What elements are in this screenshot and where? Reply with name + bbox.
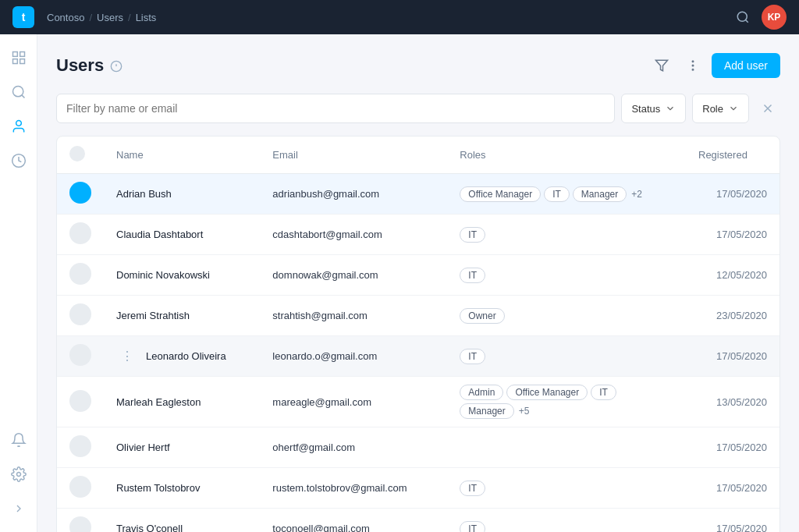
sidebar-item-users[interactable] — [5, 112, 33, 140]
name-cell: Adrian Bush — [116, 188, 247, 200]
row-avatar[interactable] — [69, 222, 91, 244]
registered-date: 17/05/2020 — [686, 509, 779, 533]
name-cell: Claudia Dashtabort — [116, 229, 247, 240]
name-cell: Jeremi Strahtish — [116, 310, 247, 321]
user-email: cdashtabort@gmail.com — [260, 215, 447, 255]
add-user-button[interactable]: Add user — [712, 53, 780, 78]
main-content: Users Add user — [37, 34, 799, 532]
registered-date: 13/05/2020 — [686, 377, 779, 427]
user-name: Olivier Hertf — [116, 442, 170, 453]
role-chip: IT — [460, 227, 485, 243]
row-avatar[interactable] — [69, 182, 91, 204]
breadcrumb-contoso[interactable]: Contoso — [47, 12, 84, 23]
table-row[interactable]: Claudia Dashtabortcdashtabort@gmail.comI… — [57, 215, 779, 255]
name-cell: Olivier Hertf — [116, 442, 247, 453]
table-row[interactable]: Jeremi Strahtishstrahtish@gmail.comOwner… — [57, 296, 779, 336]
svg-point-15 — [692, 61, 694, 62]
sidebar — [0, 34, 37, 532]
svg-point-10 — [16, 473, 20, 477]
registered-date: 17/05/2020 — [686, 336, 779, 377]
filter-close-button[interactable] — [755, 96, 780, 121]
col-header-registered: Registered — [686, 137, 779, 174]
table-row[interactable]: ⋮Leonardo Oliveiraleonardo.o@gmail.comIT… — [57, 336, 779, 377]
table-row[interactable]: Dominic Novakowskidomnowak@gmail.comIT12… — [57, 255, 779, 296]
svg-marker-14 — [655, 60, 667, 71]
row-avatar[interactable] — [69, 390, 91, 412]
registered-date: 17/05/2020 — [686, 468, 779, 509]
svg-line-7 — [21, 95, 24, 98]
breadcrumb-users[interactable]: Users — [97, 12, 123, 23]
user-avatar[interactable]: KP — [762, 5, 787, 30]
breadcrumb-lists[interactable]: Lists — [136, 12, 157, 23]
role-chip: IT — [460, 349, 485, 364]
user-email: strahtish@gmail.com — [260, 296, 447, 336]
row-avatar[interactable] — [69, 303, 91, 325]
role-more: +2 — [631, 189, 642, 200]
registered-date: 17/05/2020 — [686, 427, 779, 468]
role-chip: IT — [460, 521, 485, 533]
role-chip: Office Manager — [506, 385, 588, 400]
role-chip: Manager — [460, 403, 513, 419]
user-email: adrianbush@gmail.com — [260, 174, 447, 215]
table-row[interactable]: Travis O'conelltoconoell@gmail.comIT17/0… — [57, 509, 779, 533]
row-more-options[interactable]: ⋮ — [116, 347, 138, 366]
row-avatar[interactable] — [69, 344, 91, 366]
filter-input[interactable] — [66, 102, 605, 115]
name-cell: Rustem Tolstobrov — [116, 482, 247, 494]
info-icon — [110, 59, 123, 73]
sidebar-item-activity[interactable] — [5, 147, 33, 175]
svg-rect-5 — [20, 59, 24, 64]
row-avatar[interactable] — [69, 435, 91, 457]
col-header-roles: Roles — [447, 137, 686, 174]
name-cell: ⋮Leonardo Oliveira — [116, 347, 247, 366]
sidebar-item-settings[interactable] — [5, 460, 33, 488]
user-name: Jeremi Strahtish — [116, 310, 190, 321]
user-name: Adrian Bush — [116, 188, 172, 200]
more-options-button[interactable] — [680, 53, 705, 78]
registered-date: 12/05/2020 — [686, 255, 779, 296]
registered-date: 23/05/2020 — [686, 296, 779, 336]
role-chip: Admin — [460, 385, 503, 400]
name-cell: Travis O'conell — [116, 523, 247, 532]
user-email: domnowak@gmail.com — [260, 255, 447, 296]
col-header-email: Email — [260, 137, 447, 174]
table-row[interactable]: Marleah Eaglestonmareagle@gmail.comAdmin… — [57, 377, 779, 427]
row-avatar[interactable] — [69, 516, 91, 532]
filter-input-wrapper — [56, 94, 615, 123]
roles-cell: IT — [460, 521, 673, 533]
user-email: rustem.tolstobrov@gmail.com — [260, 468, 447, 509]
sidebar-item-search[interactable] — [5, 78, 33, 106]
roles-cell: IT — [460, 227, 673, 243]
svg-point-17 — [692, 69, 694, 71]
role-chip: IT — [460, 268, 485, 283]
svg-rect-2 — [12, 52, 17, 57]
roles-cell: IT — [460, 268, 673, 283]
table-row[interactable]: Adrian Bushadrianbush@gmail.comOffice Ma… — [57, 174, 779, 215]
user-email: toconoell@gmail.com — [260, 509, 447, 533]
svg-point-6 — [12, 87, 23, 97]
role-chip: IT — [544, 186, 570, 202]
registered-date: 17/05/2020 — [686, 215, 779, 255]
sidebar-item-notifications[interactable] — [5, 426, 33, 454]
users-table: Name Email Roles Registered Adrian Busha… — [56, 136, 780, 532]
role-more: +5 — [519, 406, 530, 417]
role-chip: IT — [460, 481, 485, 496]
roles-cell: IT — [460, 481, 673, 496]
table-row[interactable]: Rustem Tolstobrovrustem.tolstobrov@gmail… — [57, 468, 779, 509]
row-avatar[interactable] — [69, 476, 91, 498]
sidebar-item-dashboard[interactable] — [5, 44, 33, 72]
filter-button[interactable] — [649, 53, 674, 78]
col-header-checkbox — [57, 137, 104, 174]
name-cell: Marleah Eagleston — [116, 396, 247, 408]
search-button[interactable] — [730, 5, 755, 30]
row-avatar[interactable] — [69, 263, 91, 285]
user-name: Dominic Novakowski — [116, 269, 210, 281]
app-logo[interactable]: t — [12, 6, 34, 28]
table-row[interactable]: Olivier Hertfohertf@gmail.com17/05/2020 — [57, 427, 779, 468]
sidebar-expand-button[interactable] — [5, 495, 33, 523]
breadcrumb: Contoso / Users / Lists — [47, 12, 156, 23]
role-filter-button[interactable]: Role — [692, 94, 749, 123]
user-name: Leonardo Oliveira — [146, 350, 226, 362]
status-filter-button[interactable]: Status — [621, 94, 686, 123]
name-cell: Dominic Novakowski — [116, 269, 247, 281]
